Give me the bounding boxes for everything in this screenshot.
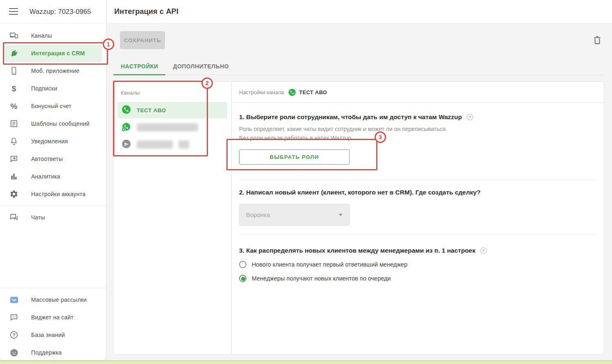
sidebar-item-label: База знаний [31, 332, 65, 338]
page-title: Интеграция с API [114, 7, 178, 16]
top-bar: Интеграция с API [107, 0, 612, 23]
section-roles-description: Роль определяет, какие чаты видит сотруд… [239, 124, 596, 142]
choose-roles-button[interactable]: ВЫБРАТЬ РОЛИ [239, 149, 350, 165]
funnel-select[interactable]: Воронка [239, 204, 350, 226]
sidebar-nav: Каналы Интеграция с CRM Моб. приложение … [0, 23, 106, 226]
sidebar-item-label: Виджет на сайт [31, 314, 74, 321]
sidebar-item-notifications[interactable]: Уведомления [4, 133, 102, 150]
hamburger-menu-icon[interactable] [9, 8, 18, 15]
sidebar-item-label: Автоответы [31, 156, 63, 162]
sidebar: Wazzup: 7023-0965 Каналы Интеграция с CR… [0, 0, 106, 360]
funnel-select-placeholder: Воронка [246, 211, 270, 218]
chats-icon [9, 213, 19, 222]
radio-first-responder[interactable]: Нового клиента получает первый ответивши… [239, 261, 596, 268]
channels-panel: Каналы ТЕСТ АВО [113, 82, 232, 354]
channel-item-redacted-waba[interactable] [117, 119, 227, 136]
sidebar-nav-bottom: Массовые рассылки Виджет на сайт ? База … [0, 282, 106, 362]
sidebar-item-bonus-account[interactable]: % Бонусный счет [4, 97, 102, 115]
svg-text:?: ? [469, 115, 471, 119]
sidebar-item-label: Каналы [31, 32, 52, 39]
bar-chart-icon [9, 172, 19, 181]
account-title: Wazzup: 7023-0965 [29, 8, 91, 16]
channel-settings-label: Настройки канала [239, 89, 284, 95]
section-deal-title: 2. Написал новый клиент (клиент, которог… [239, 189, 596, 196]
help-icon[interactable]: ? [466, 113, 474, 121]
sidebar-item-mobile-app[interactable]: Моб. приложение [4, 62, 102, 79]
sidebar-item-label: Аналитика [31, 173, 60, 180]
sidebar-item-site-widget[interactable]: Виджет на сайт [4, 309, 102, 326]
sidebar-item-label: Шаблоны сообщений [31, 120, 89, 127]
telegram-icon [122, 139, 131, 150]
section-distribution: 3. Как распределять новых клиентов между… [232, 235, 604, 282]
knowledge-base-icon: ? [9, 330, 19, 340]
auto-reply-icon [9, 154, 19, 164]
whatsapp-business-icon [122, 122, 131, 133]
tab-additional[interactable]: ДОПОЛНИТЕЛЬНО [165, 57, 236, 75]
dollar-icon: $ [9, 84, 19, 93]
svg-text:?: ? [482, 249, 485, 253]
document-icon [9, 119, 19, 129]
sidebar-item-crm-integration[interactable]: Интеграция с CRM [4, 45, 102, 62]
sidebar-item-label: Интеграция с CRM [31, 50, 85, 57]
redacted-channel-name [137, 140, 173, 149]
sidebar-divider [0, 206, 106, 206]
section-new-client-deal: 2. Написал новый клиент (клиент, которог… [232, 180, 604, 235]
radio-round-robin[interactable]: Менеджеры получают новых клиентов по оче… [239, 275, 596, 282]
percent-icon: % [9, 101, 19, 111]
radio-button-checked[interactable] [239, 275, 246, 282]
sidebar-item-label: Бонусный счет [31, 103, 72, 109]
app-window: Wazzup: 7023-0965 Каналы Интеграция с CR… [0, 0, 612, 364]
plug-icon [9, 48, 19, 58]
sidebar-item-account-settings[interactable]: Настройки аккаунта [4, 185, 102, 203]
section-distribution-title: 3. Как распределять новых клиентов между… [239, 247, 596, 254]
bell-icon [9, 136, 19, 146]
smartphone-icon [9, 66, 19, 76]
sidebar-item-support[interactable]: Поддержка [4, 344, 102, 361]
annotation-badge-3: 3 [375, 131, 386, 143]
delete-channel-button[interactable] [590, 34, 604, 47]
trash-icon [592, 40, 602, 46]
channel-settings-panel: Настройки канала ТЕСТ АВО 1. Выберите ро… [232, 82, 604, 354]
sidebar-item-label: Уведомления [31, 138, 68, 145]
channel-item-redacted-telegram[interactable] [117, 136, 227, 153]
section-roles: 1. Выберите роли сотрудникам, чтобы дать… [232, 103, 604, 180]
whatsapp-icon [122, 105, 131, 116]
content-card: Каналы ТЕСТ АВО [113, 81, 604, 355]
mass-mailing-icon [9, 295, 19, 305]
sidebar-divider [0, 288, 106, 288]
channel-name: ТЕСТ АВО [137, 107, 166, 113]
radio-button-unchecked[interactable] [239, 261, 246, 268]
sidebar-item-auto-replies[interactable]: Автоответы [4, 150, 102, 167]
channel-settings-header: Настройки канала ТЕСТ АВО [232, 82, 604, 103]
sidebar-item-label: Массовые рассылки [31, 296, 87, 303]
sidebar-header: Wazzup: 7023-0965 [0, 0, 106, 23]
whatsapp-icon [288, 88, 296, 96]
tab-bar: НАСТРОЙКИ ДОПОЛНИТЕЛЬНО [113, 57, 604, 75]
support-icon [9, 348, 19, 357]
sidebar-item-label: Настройки аккаунта [31, 191, 86, 197]
redacted-channel-name [178, 140, 189, 149]
svg-text:?: ? [13, 332, 16, 337]
sidebar-item-mass-mailings[interactable]: Массовые рассылки [4, 291, 102, 308]
channel-item-test-abo[interactable]: ТЕСТ АВО [117, 102, 227, 118]
save-button[interactable]: СОХРАНИТЬ [120, 31, 165, 49]
annotation-badge-2: 2 [201, 77, 213, 89]
sidebar-item-channels[interactable]: Каналы [4, 27, 102, 44]
devices-icon [9, 31, 19, 41]
sidebar-item-knowledge-base[interactable]: ? База знаний [4, 326, 102, 344]
sidebar-item-label: Поддержка [31, 349, 62, 356]
widget-bubble-icon [9, 312, 19, 322]
sidebar-item-chats[interactable]: Чаты [4, 209, 102, 226]
selected-channel-name: ТЕСТ АВО [299, 89, 327, 95]
sidebar-item-label: Подписки [31, 85, 57, 92]
redacted-channel-name [137, 123, 198, 131]
sidebar-item-analytics[interactable]: Аналитика [4, 168, 102, 185]
sidebar-item-subscriptions[interactable]: $ Подписки [4, 80, 102, 97]
sidebar-item-message-templates[interactable]: Шаблоны сообщений [4, 115, 102, 132]
channels-header: Каналы [113, 82, 231, 101]
annotation-badge-1: 1 [103, 38, 114, 50]
section-roles-title: 1. Выберите роли сотрудникам, чтобы дать… [239, 113, 596, 121]
help-icon[interactable]: ? [480, 247, 487, 254]
chevron-down-icon [339, 214, 343, 216]
tab-settings[interactable]: НАСТРОЙКИ [113, 57, 165, 75]
